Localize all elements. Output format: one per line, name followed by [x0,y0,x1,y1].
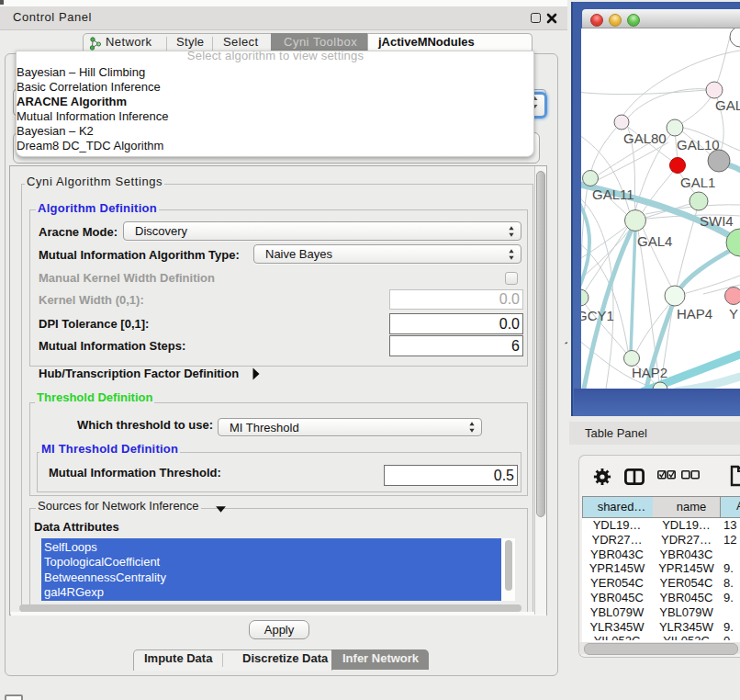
svg-text:GCY1: GCY1 [581,308,614,323]
svg-text:GAL1: GAL1 [680,175,715,190]
svg-text:HAP2: HAP2 [632,365,667,380]
svg-text:GAL4: GAL4 [637,233,672,249]
svg-text:GAL80: GAL80 [623,130,667,146]
svg-text:GAL: GAL [715,97,740,113]
svg-text:HAP4: HAP4 [677,306,712,322]
svg-text:GAL10: GAL10 [677,137,720,152]
svg-text:GAL11: GAL11 [592,186,634,202]
svg-text:SWI4: SWI4 [700,213,734,229]
svg-text:Y: Y [729,306,738,322]
